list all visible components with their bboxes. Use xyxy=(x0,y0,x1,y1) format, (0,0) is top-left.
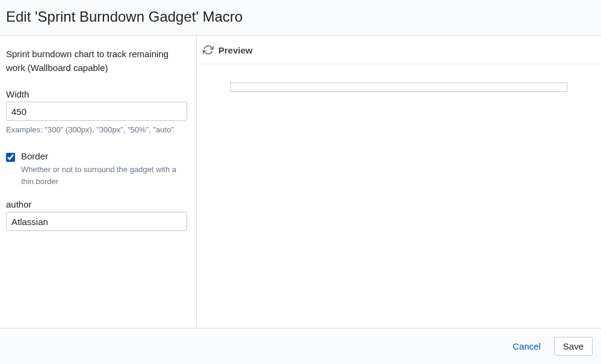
border-label: Border xyxy=(21,151,187,161)
save-button[interactable]: Save xyxy=(554,337,593,356)
preview-title: Preview xyxy=(218,45,253,55)
border-text: Border Whether or not to surround the ga… xyxy=(21,151,187,187)
width-input[interactable] xyxy=(6,102,187,121)
border-field: Border Whether or not to surround the ga… xyxy=(6,151,187,187)
refresh-icon[interactable] xyxy=(203,45,214,55)
macro-description: Sprint burndown chart to track remaining… xyxy=(6,48,187,75)
border-checkbox[interactable] xyxy=(6,153,15,162)
author-field: author xyxy=(6,199,187,231)
preview-header: Preview xyxy=(197,35,601,64)
author-label: author xyxy=(6,199,187,209)
configuration-panel: Sprint burndown chart to track remaining… xyxy=(0,35,197,328)
width-label: Width xyxy=(6,89,187,99)
preview-placeholder xyxy=(230,82,567,92)
border-description: Whether or not to surround the gadget wi… xyxy=(21,164,187,187)
dialog-footer: Cancel Save xyxy=(0,328,601,364)
width-field: Width Examples: "300" (300px), "300px", … xyxy=(6,89,187,135)
preview-panel: Preview xyxy=(197,35,601,328)
dialog-body: Sprint burndown chart to track remaining… xyxy=(0,35,601,328)
width-help-text: Examples: "300" (300px), "300px", "50%",… xyxy=(6,125,187,135)
cancel-button[interactable]: Cancel xyxy=(507,338,547,355)
author-input[interactable] xyxy=(6,212,187,231)
dialog-header: Edit 'Sprint Burndown Gadget' Macro xyxy=(0,0,601,35)
dialog-title: Edit 'Sprint Burndown Gadget' Macro xyxy=(6,8,595,25)
preview-body xyxy=(197,64,601,328)
